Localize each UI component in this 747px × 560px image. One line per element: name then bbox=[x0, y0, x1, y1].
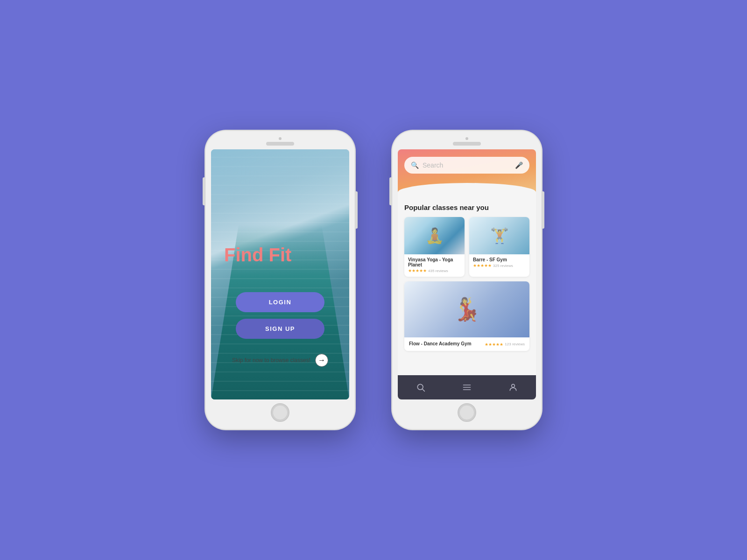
dance-class-image bbox=[404, 281, 529, 337]
nav-search-button[interactable] bbox=[416, 383, 425, 392]
skip-text: Skip for now to browse classes! bbox=[232, 357, 310, 364]
dance-class-rating: ★★★★★ 123 reviews bbox=[485, 342, 525, 347]
camera-dot bbox=[279, 137, 282, 140]
yoga-class-name: Vinyasa Yoga - Yoga Planet bbox=[408, 257, 461, 267]
section-title: Popular classes near you bbox=[404, 203, 529, 211]
phone-bottom-2 bbox=[398, 399, 536, 424]
arrow-right-icon: → bbox=[318, 356, 325, 364]
login-screen: Find Fit LOGIN SIGN UP Skip for now to b… bbox=[211, 149, 349, 399]
login-buttons-container: LOGIN SIGN UP bbox=[211, 292, 349, 339]
dance-reviews: 123 reviews bbox=[505, 342, 525, 346]
home-button-2[interactable] bbox=[458, 403, 476, 422]
svg-line-1 bbox=[423, 389, 425, 392]
class-card-dance[interactable]: Flow - Dance Academy Gym ★★★★★ 123 revie… bbox=[404, 281, 529, 351]
yoga-class-info: Vinyasa Yoga - Yoga Planet ★★★★★ 435 rev… bbox=[404, 254, 465, 277]
browse-screen: 🔍 Search 🎤 Popular classes near you Viny… bbox=[398, 149, 536, 399]
yoga-stars: ★★★★★ bbox=[408, 268, 427, 273]
signup-button[interactable]: SIGN UP bbox=[236, 319, 324, 339]
phone-bottom bbox=[211, 399, 349, 424]
camera-dot-2 bbox=[465, 137, 468, 140]
class-card-barre[interactable]: Barre - SF Gym ★★★★★ 325 reviews bbox=[469, 217, 529, 277]
dance-class-info: Flow - Dance Academy Gym ★★★★★ 123 revie… bbox=[404, 337, 529, 351]
bottom-nav bbox=[398, 375, 536, 399]
dance-class-name: Flow - Dance Academy Gym bbox=[409, 341, 472, 346]
phone-top-bar bbox=[211, 136, 349, 147]
barre-class-image bbox=[469, 217, 529, 254]
class-card-yoga[interactable]: Vinyasa Yoga - Yoga Planet ★★★★★ 435 rev… bbox=[404, 217, 465, 277]
classes-grid: Vinyasa Yoga - Yoga Planet ★★★★★ 435 rev… bbox=[404, 217, 529, 277]
nav-profile-button[interactable] bbox=[508, 383, 518, 392]
search-bar[interactable]: 🔍 Search 🎤 bbox=[404, 157, 529, 174]
home-button[interactable] bbox=[271, 403, 289, 422]
barre-class-info: Barre - SF Gym ★★★★★ 325 reviews bbox=[469, 254, 529, 272]
dance-stars: ★★★★★ bbox=[485, 342, 503, 347]
phone-top-bar-2 bbox=[398, 136, 536, 147]
app-title: Find Fit bbox=[211, 245, 349, 265]
search-input[interactable]: Search bbox=[423, 161, 511, 169]
search-icon: 🔍 bbox=[411, 161, 419, 169]
barre-reviews: 325 reviews bbox=[493, 264, 513, 268]
barre-stars: ★★★★★ bbox=[473, 263, 492, 268]
phone-browse: 🔍 Search 🎤 Popular classes near you Viny… bbox=[392, 131, 542, 429]
skip-row: Skip for now to browse classes! → bbox=[211, 354, 349, 367]
speaker-2 bbox=[453, 142, 481, 146]
barre-class-rating: ★★★★★ 325 reviews bbox=[473, 263, 526, 268]
speaker bbox=[266, 142, 294, 146]
barre-class-name: Barre - SF Gym bbox=[473, 257, 526, 262]
yoga-class-image bbox=[404, 217, 465, 254]
browse-content: Popular classes near you Vinyasa Yoga - … bbox=[398, 192, 536, 399]
skip-arrow-button[interactable]: → bbox=[315, 354, 328, 367]
svg-point-5 bbox=[511, 384, 514, 387]
browse-header: 🔍 Search 🎤 bbox=[398, 149, 536, 192]
microphone-icon[interactable]: 🎤 bbox=[515, 161, 523, 169]
login-button[interactable]: LOGIN bbox=[236, 292, 324, 312]
nav-list-button[interactable] bbox=[462, 383, 472, 392]
yoga-class-rating: ★★★★★ 435 reviews bbox=[408, 268, 461, 273]
phone-login: Find Fit LOGIN SIGN UP Skip for now to b… bbox=[205, 131, 355, 429]
yoga-reviews: 435 reviews bbox=[428, 269, 448, 273]
